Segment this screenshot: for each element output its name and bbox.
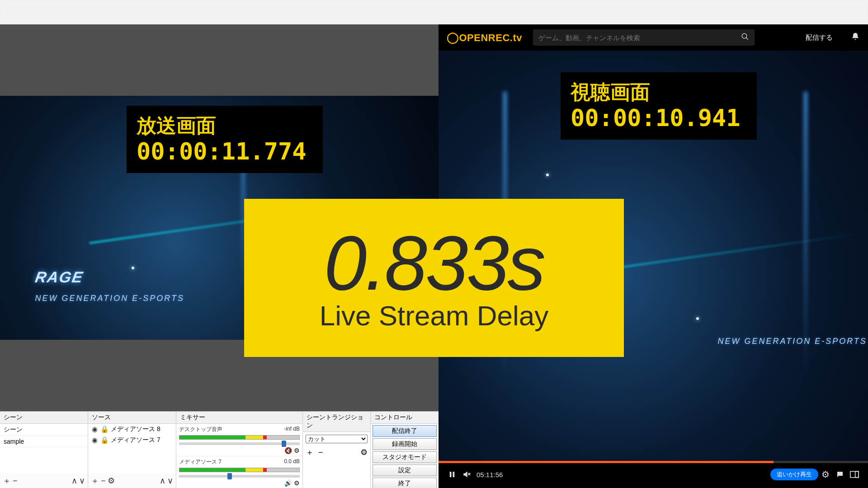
remove-icon[interactable]: − [101, 476, 106, 486]
audio-meter [179, 435, 300, 440]
pause-icon[interactable] [445, 470, 459, 479]
stage-logo: RAGE [33, 268, 85, 286]
mixer-track-name: デスクトップ音声 [179, 426, 222, 433]
add-icon[interactable]: ＋ [306, 447, 314, 458]
gear-icon[interactable]: ⚙ [294, 447, 300, 454]
browser-chrome [0, 0, 868, 24]
mixer-track: デスクトップ音声 -inf dB 🔇 ⚙ [176, 424, 302, 456]
chase-play-button[interactable]: 追いかけ再生 [770, 469, 818, 480]
delay-subtitle: Live Stream Delay [320, 300, 549, 332]
lock-icon[interactable]: 🔒 [101, 426, 108, 433]
panel-transitions: シーントランジション カット ＋ − ⚙ [303, 412, 371, 488]
remove-icon[interactable]: − [318, 448, 323, 457]
panel-controls-title: コントロール [371, 412, 439, 424]
panel-controls: コントロール 配信終了 録画開始 スタジオモード 設定 終了 [371, 412, 439, 488]
source-item[interactable]: ◉ 🔒 メディアソース 8 [88, 424, 176, 435]
svg-rect-2 [450, 472, 452, 477]
mute-icon[interactable]: 🔇 [284, 447, 292, 454]
player-controls: 05:11:56 追いかけ再生 ⚙ [439, 461, 868, 488]
panel-scenes: シーン シーン sample ＋ − ∧ ∨ [0, 412, 88, 488]
theater-icon[interactable] [847, 471, 862, 478]
gear-icon[interactable]: ⚙ [360, 447, 368, 457]
down-icon[interactable]: ∨ [79, 476, 85, 486]
delay-overlay: 0.833s Live Stream Delay [244, 199, 624, 357]
panel-sources: ソース ◉ 🔒 メディアソース 8 ◉ 🔒 メディアソース 7 ＋ − [88, 412, 176, 488]
panel-scenes-title: シーン [0, 412, 88, 424]
settings-button[interactable]: 設定 [373, 465, 437, 476]
up-icon[interactable]: ∧ [71, 476, 77, 486]
lock-icon[interactable]: 🔒 [101, 436, 108, 444]
start-record-button[interactable]: 録画開始 [373, 438, 437, 450]
gear-icon[interactable]: ⚙ [108, 476, 115, 486]
svg-rect-7 [855, 471, 859, 477]
source-label: メディアソース 7 [111, 436, 160, 444]
panel-mixer-title: ミキサー [176, 412, 302, 424]
viewer-label: 視聴画面 [571, 80, 741, 104]
delay-value: 0.833s [324, 225, 544, 301]
add-icon[interactable]: ＋ [3, 475, 11, 486]
svg-point-0 [742, 33, 747, 38]
add-icon[interactable]: ＋ [91, 475, 99, 486]
svg-line-1 [746, 38, 748, 40]
volume-slider[interactable] [179, 442, 300, 445]
eye-icon[interactable]: ◉ [91, 426, 98, 433]
openrec-header: ◯OPENREC.tv 配信する [439, 24, 868, 51]
broadcast-link[interactable]: 配信する [806, 33, 833, 42]
svg-rect-6 [850, 471, 859, 477]
speaker-icon[interactable]: 🔊 [284, 479, 292, 487]
up-icon[interactable]: ∧ [160, 476, 165, 486]
openrec-logo-text: OPENREC.tv [459, 32, 522, 43]
search-bar[interactable] [533, 29, 755, 46]
mute-icon[interactable] [459, 470, 474, 479]
mixer-track: メディアソース 7 0.0 dB 🔊 ⚙ [176, 456, 302, 488]
panel-mixer: ミキサー デスクトップ音声 -inf dB 🔇 ⚙ [176, 412, 303, 488]
studio-mode-button[interactable]: スタジオモード [373, 451, 437, 463]
broadcast-label: 放送画面 [137, 114, 307, 138]
mixer-track-db: 0.0 dB [284, 458, 300, 466]
viewer-timer-box: 視聴画面 00:00:10.941 [561, 72, 757, 140]
exit-button[interactable]: 終了 [373, 478, 437, 488]
scene-item[interactable]: シーン [0, 424, 88, 436]
elapsed-time: 05:11:56 [476, 471, 503, 479]
mixer-track-name: メディアソース 7 [179, 458, 222, 466]
audio-meter [179, 468, 300, 472]
scene-item[interactable]: sample [0, 436, 88, 447]
transition-select[interactable]: カット [306, 435, 368, 443]
svg-rect-3 [453, 472, 455, 477]
obs-bottom-panels: シーン シーン sample ＋ − ∧ ∨ ソース ◉ [0, 411, 439, 488]
down-icon[interactable]: ∨ [167, 476, 173, 486]
gear-icon[interactable]: ⚙ [294, 479, 300, 487]
comment-icon[interactable] [833, 470, 847, 479]
settings-gear-icon[interactable]: ⚙ [818, 469, 833, 480]
viewer-time: 00:00:10.941 [571, 104, 741, 131]
panel-sources-title: ソース [88, 412, 176, 424]
bell-icon[interactable] [851, 32, 860, 43]
search-icon[interactable] [741, 33, 749, 42]
stage-pillar [804, 92, 807, 379]
remove-icon[interactable]: − [13, 476, 18, 486]
broadcast-timer-box: 放送画面 00:00:11.774 [127, 106, 323, 173]
stage-subtitle: NEW GENERATION E-SPORTS [35, 294, 184, 303]
panel-transitions-title: シーントランジション [303, 412, 370, 432]
source-item[interactable]: ◉ 🔒 メディアソース 7 [88, 435, 176, 446]
progress-fill [439, 461, 774, 463]
openrec-logo[interactable]: ◯OPENREC.tv [447, 31, 522, 44]
progress-bar[interactable] [439, 461, 868, 463]
eye-icon[interactable]: ◉ [91, 436, 98, 444]
broadcast-time: 00:00:11.774 [137, 138, 307, 165]
stage-subtitle: NEW GENERATION E-SPORTS [718, 337, 867, 346]
stop-stream-button[interactable]: 配信終了 [373, 425, 437, 437]
volume-slider[interactable] [179, 475, 300, 478]
source-label: メディアソース 8 [111, 425, 160, 433]
mixer-track-db: -inf dB [284, 426, 300, 433]
search-input[interactable] [538, 34, 737, 42]
